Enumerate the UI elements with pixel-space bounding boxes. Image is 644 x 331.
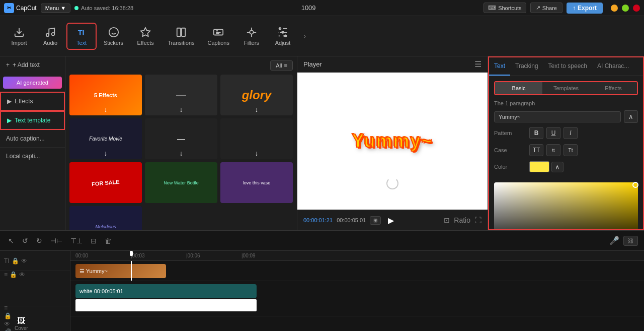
redo-button[interactable]: ↻	[34, 235, 44, 247]
cover-thumbnail[interactable]: 🖼 Cover	[15, 316, 28, 331]
total-timecode: 00:00:05:01	[337, 217, 366, 223]
fullscreen-button[interactable]: ⛶	[474, 216, 481, 224]
toolbar-text[interactable]: TI Text	[66, 23, 97, 50]
color-picker-handle[interactable]	[632, 182, 638, 188]
media-item[interactable]: — ↓	[145, 75, 217, 115]
cover-vis-icon[interactable]: 👁	[4, 320, 12, 327]
media-item[interactable]: Melodious	[69, 206, 142, 230]
sub-tab-basic[interactable]: Basic	[495, 82, 542, 94]
toolbar-import[interactable]: Import	[4, 24, 34, 49]
microphone-button[interactable]: 🎤	[609, 236, 619, 245]
download-icon: ↓	[104, 149, 108, 157]
lowercase-button[interactable]: tt	[546, 144, 560, 156]
shortcuts-button[interactable]: ⌨ Shortcuts	[484, 3, 526, 13]
media-item[interactable]: love this vase	[220, 162, 293, 203]
right-panel-tabs: Text Tracking Text to speech AI Charac..…	[489, 57, 643, 76]
player-header: Player ☰	[297, 56, 488, 73]
color-swatch[interactable]	[529, 161, 549, 172]
main-area: + + Add text AI generated ▶ Effects ▶ Te…	[0, 56, 644, 230]
toolbar-stickers[interactable]: Stickers	[98, 24, 129, 49]
tab-text[interactable]: Text	[489, 57, 510, 76]
font-input[interactable]	[494, 111, 621, 122]
white-content-clip	[75, 299, 257, 311]
svg-rect-4	[182, 28, 185, 36]
player-text: Yummy~	[352, 130, 433, 152]
player-controls: 00:00:01:21 00:00:05:01 ⊞ ▶ ⊡ Ratio ⛶	[297, 210, 488, 230]
sidebar-item-auto-caption[interactable]: Auto caption...	[0, 130, 65, 148]
track-menu-icon: ≡	[4, 271, 8, 278]
media-item[interactable]: ↓	[220, 118, 293, 159]
play-button[interactable]: ▶	[385, 214, 397, 226]
toolbar-effects[interactable]: Effects	[130, 24, 160, 49]
color-expand-button[interactable]: ∧	[551, 162, 564, 172]
media-item[interactable]: — ↓	[145, 118, 217, 159]
sidebar-item-text-template[interactable]: ▶ Text template	[0, 111, 65, 130]
media-item[interactable]: glory ↓	[220, 75, 293, 115]
grid-view-button[interactable]: ⊞	[370, 216, 381, 225]
toolbar-filters[interactable]: Filters	[236, 24, 267, 49]
white-clip[interactable]: white 00:00:05:01	[75, 284, 257, 298]
track-icons: TI 🔒 👁	[4, 257, 27, 264]
player-menu-button[interactable]: ☰	[474, 59, 481, 69]
titlecase-button[interactable]: Tt	[564, 144, 578, 156]
toolbar-adjust[interactable]: Adjust	[268, 24, 298, 49]
color-gradient-picker[interactable]	[494, 182, 638, 230]
font-expand-button[interactable]: ∧	[624, 110, 638, 123]
app-name: CapCut	[16, 5, 37, 12]
share-button[interactable]: ↗ Share	[530, 3, 562, 13]
timeline-tracks: 00:00 |00:03 |00:06 |00:09 ☰ Yummy~ whit…	[70, 251, 644, 331]
arrow-tool-button[interactable]: ↖	[6, 235, 16, 247]
player-canvas: Yummy~	[297, 73, 488, 210]
sidebar-item-effects[interactable]: ▶ Effects	[0, 92, 65, 111]
sidebar-item-local-caption[interactable]: Local capti...	[0, 148, 65, 165]
ratio-button[interactable]: Ratio	[454, 216, 470, 224]
underline-button[interactable]: U	[546, 127, 560, 139]
cover-audio-icon[interactable]: 🔊	[4, 328, 12, 332]
visibility-icon-2[interactable]: 👁	[19, 271, 25, 278]
cover-track-area	[70, 316, 644, 331]
all-filter-button[interactable]: All ≡	[270, 60, 293, 71]
media-item[interactable]: Favorite Movie ↓	[69, 118, 142, 159]
svg-point-6	[250, 30, 253, 34]
tab-tracking[interactable]: Tracking	[510, 57, 543, 76]
ai-generated-button[interactable]: AI generated	[3, 77, 62, 89]
split-v-button[interactable]: ⊤⊥	[68, 235, 85, 247]
yummy-clip[interactable]: ☰ Yummy~	[75, 264, 166, 278]
split-h-button[interactable]: ⊣⊢	[48, 235, 64, 247]
adjust-icon	[277, 27, 288, 38]
sub-tab-effects[interactable]: Effects	[590, 82, 637, 94]
bold-button[interactable]: B	[529, 127, 543, 139]
close-button[interactable]	[633, 5, 640, 12]
export-button[interactable]: ↑ Export	[567, 3, 603, 14]
visibility-icon[interactable]: 👁	[21, 257, 27, 264]
undo-button[interactable]: ↺	[20, 235, 30, 247]
track-icons-2: ≡ 🔒 👁	[4, 271, 25, 278]
crop-button[interactable]: ⊡	[444, 216, 450, 224]
media-item[interactable]: FOR SALE	[69, 162, 142, 203]
sub-tab-templates[interactable]: Templates	[542, 82, 590, 94]
timeline-link-button[interactable]: ⛓	[623, 236, 638, 246]
lock-icon[interactable]: 🔒	[12, 257, 19, 264]
split-d-button[interactable]: ⊟	[89, 235, 99, 247]
paragraph-label: The 1 paragraph	[494, 100, 638, 106]
toolbar-transitions[interactable]: Transitions	[162, 24, 200, 49]
uppercase-button[interactable]: TT	[529, 144, 543, 156]
tab-text-to-speech[interactable]: Text to speech	[543, 57, 592, 76]
tab-ai-characters[interactable]: AI Charac...	[592, 57, 634, 76]
effects-icon	[140, 27, 151, 38]
add-text-button[interactable]: + + Add text	[0, 56, 65, 74]
media-item[interactable]: New Water Bottle	[145, 162, 217, 203]
media-item[interactable]: 5 Effects ↓	[69, 75, 142, 115]
maximize-button[interactable]	[622, 5, 629, 12]
minimize-button[interactable]	[611, 5, 618, 12]
delete-button[interactable]: 🗑	[103, 235, 114, 247]
audio-icon	[45, 27, 56, 38]
menu-button[interactable]: Menu ▼	[41, 4, 70, 13]
lock-icon-2[interactable]: 🔒	[10, 271, 17, 278]
toolbar-captions[interactable]: Captions	[202, 24, 235, 49]
cover-lock-icon[interactable]: 🔒	[4, 312, 12, 319]
italic-button[interactable]: I	[564, 127, 578, 139]
toolbar-audio[interactable]: Audio	[35, 24, 65, 49]
toolbar-expand[interactable]: ›	[299, 16, 311, 56]
text-sub-tabs: Basic Templates Effects	[494, 81, 638, 95]
